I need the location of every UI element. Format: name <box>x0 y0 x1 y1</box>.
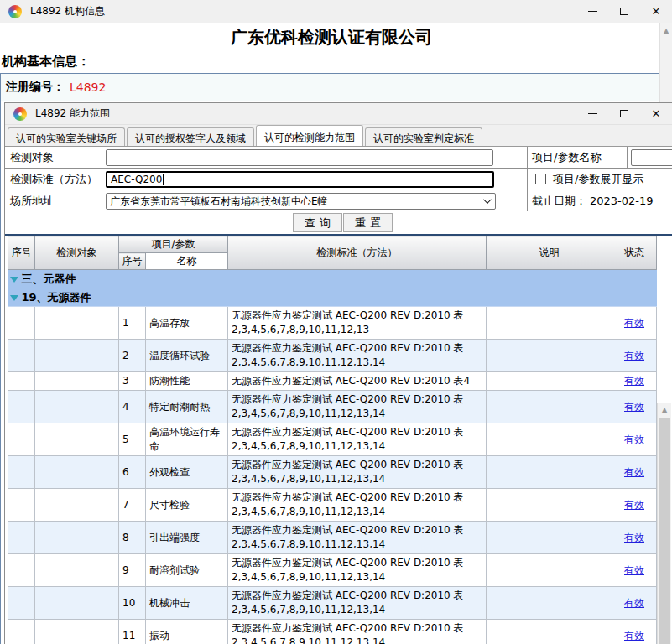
cell-standard: 无源器件应力鉴定测试 AEC-Q200 REV D:2010 表 2,3,4,5… <box>228 587 487 620</box>
form-row-standard: 检测标准（方法） AEC-Q200 项目/参数展开显示 <box>5 169 672 190</box>
cell-seq <box>8 423 35 456</box>
cell-standard: 无源器件应力鉴定测试 AEC-Q200 REV D:2010 表 2,3,4,5… <box>228 340 487 372</box>
cell-seq <box>8 372 35 391</box>
table-row: 2温度循环试验无源器件应力鉴定测试 AEC-Q200 REV D:2010 表 … <box>8 340 657 372</box>
cell-object <box>35 372 119 391</box>
cell-seq <box>8 340 35 372</box>
cell-note <box>487 456 612 489</box>
table-row: 11振动无源器件应力鉴定测试 AEC-Q200 REV D:2010 表 2,3… <box>8 620 657 644</box>
group-row-passive-components[interactable]: 19、无源器件 <box>8 288 657 307</box>
standard-label: 检测标准（方法） <box>10 169 97 190</box>
close-button[interactable]: ✕ <box>640 0 672 23</box>
cell-note <box>487 522 612 554</box>
tab-testing-capability[interactable]: 认可的检测能力范围 <box>256 125 363 146</box>
collapse-arrow-icon[interactable] <box>10 295 18 301</box>
tab-key-locations[interactable]: 认可的实验室关键场所 <box>8 127 125 146</box>
cell-param-seq: 4 <box>119 391 146 423</box>
header-param-group: 项目/参数 <box>119 236 228 253</box>
titlebar-institution: L4892 机构信息 ✕ <box>0 0 672 23</box>
cell-status: 有效 <box>612 307 657 340</box>
table-row: 5高温环境运行寿命无源器件应力鉴定测试 AEC-Q200 REV D:2010 … <box>8 423 657 456</box>
status-link[interactable]: 有效 <box>624 466 644 478</box>
cell-param-name: 高温环境运行寿命 <box>146 423 228 456</box>
form-row-test-object: 检测对象 项目/参数名称 <box>5 147 672 169</box>
cell-param-name: 引出端强度 <box>146 522 228 554</box>
maximize-button[interactable] <box>608 103 640 124</box>
form-row-address: 场所地址 广东省东莞市常平镇板石村南埔科技创新中心E幢 截止日期： 2023-0… <box>5 190 672 212</box>
registration-number-box: 注册编号： L4892 <box>0 73 663 101</box>
status-link[interactable]: 有效 <box>624 401 644 413</box>
query-button[interactable]: 查询 <box>293 213 342 232</box>
scroll-up-icon[interactable]: ▲ <box>658 402 671 416</box>
cell-param-seq: 2 <box>119 340 146 372</box>
status-link[interactable]: 有效 <box>624 499 644 511</box>
registration-number-value: L4892 <box>70 80 106 94</box>
cell-param-name: 温度循环试验 <box>146 340 228 372</box>
table-row: 3防潮性能无源器件应力鉴定测试 AEC-Q200 REV D:2010 表4有效 <box>8 372 657 391</box>
param-name-label: 项目/参数名称 <box>532 147 601 168</box>
capability-table: 序号 检测对象 项目/参数 检测标准（方法） 说明 状态 序号 名称 三、元器件… <box>8 236 657 644</box>
table-header: 序号 检测对象 项目/参数 检测标准（方法） 说明 状态 序号 名称 <box>8 236 657 270</box>
tab-lab-criteria[interactable]: 认可的实验室判定标准 <box>365 127 482 146</box>
test-object-input[interactable] <box>106 149 493 166</box>
cell-status: 有效 <box>612 620 657 644</box>
close-button[interactable]: ✕ <box>640 103 672 124</box>
minimize-icon <box>588 11 597 12</box>
cell-param-seq: 6 <box>119 456 146 489</box>
cell-seq <box>8 391 35 423</box>
expand-display-label: 项目/参数展开显示 <box>553 169 643 190</box>
window-title: L4892 能力范围 <box>35 106 110 121</box>
cell-object <box>35 620 119 644</box>
section-label-basic-info: 机构基本信息： <box>2 54 90 70</box>
status-link[interactable]: 有效 <box>624 434 644 445</box>
company-heading: 广东优科检测认证有限公司 <box>0 26 663 49</box>
cell-object <box>35 423 119 456</box>
status-link[interactable]: 有效 <box>624 375 644 387</box>
scrollbar-thumb[interactable] <box>659 418 670 644</box>
cell-note <box>487 340 612 372</box>
group-row-components[interactable]: 三、元器件 <box>8 270 657 288</box>
maximize-button[interactable] <box>608 0 640 23</box>
status-link[interactable]: 有效 <box>624 350 644 361</box>
status-link[interactable]: 有效 <box>624 564 644 576</box>
reset-button[interactable]: 重置 <box>343 213 393 232</box>
cell-seq <box>8 554 35 587</box>
cell-param-seq: 5 <box>119 423 146 456</box>
minimize-button[interactable] <box>576 0 608 23</box>
cell-param-name: 尺寸检验 <box>146 489 228 522</box>
scroll-up-icon[interactable]: ▲ <box>660 23 672 37</box>
table-row: 7尺寸检验无源器件应力鉴定测试 AEC-Q200 REV D:2010 表 2,… <box>8 489 657 522</box>
header-standard: 检测标准（方法） <box>228 236 487 270</box>
cell-standard: 无源器件应力鉴定测试 AEC-Q200 REV D:2010 表4 <box>228 372 487 391</box>
cell-param-seq: 8 <box>119 522 146 554</box>
status-link[interactable]: 有效 <box>624 532 644 543</box>
status-link[interactable]: 有效 <box>624 317 644 329</box>
button-row: 查询 重置 <box>5 211 672 234</box>
address-select-value: 广东省东莞市常平镇板石村南埔科技创新中心E幢 <box>110 195 328 209</box>
scrollbar-table[interactable]: ▲ <box>657 402 671 644</box>
cell-param-seq: 1 <box>119 307 146 340</box>
minimize-button[interactable] <box>576 103 608 124</box>
cell-seq <box>8 620 35 644</box>
header-object: 检测对象 <box>35 236 119 270</box>
cell-status: 有效 <box>612 587 657 620</box>
collapse-arrow-icon[interactable] <box>10 277 18 283</box>
cell-param-name: 特定耐潮耐热 <box>146 391 228 423</box>
background-box-border <box>0 101 1 644</box>
status-link[interactable]: 有效 <box>624 630 644 641</box>
cell-standard: 无源器件应力鉴定测试 AEC-Q200 REV D:2010 表 2,3,4,5… <box>228 489 487 522</box>
expand-display-checkbox[interactable] <box>535 174 546 184</box>
cell-note <box>487 423 612 456</box>
cell-param-name: 高温存放 <box>146 307 228 340</box>
tab-authorized-signatories[interactable]: 认可的授权签字人及领域 <box>127 127 254 146</box>
table-row: 10机械冲击无源器件应力鉴定测试 AEC-Q200 REV D:2010 表 2… <box>8 587 657 620</box>
status-link[interactable]: 有效 <box>624 597 644 609</box>
standard-input[interactable]: AEC-Q200 <box>106 171 494 188</box>
address-label: 场所地址 <box>10 190 54 211</box>
cell-param-name: 外观检查 <box>146 456 228 489</box>
address-select[interactable]: 广东省东莞市常平镇板石村南埔科技创新中心E幢 <box>106 193 496 210</box>
cell-object <box>35 391 119 423</box>
param-name-input[interactable] <box>631 149 672 166</box>
chevron-down-icon <box>483 195 492 204</box>
header-param-name: 名称 <box>146 253 228 270</box>
